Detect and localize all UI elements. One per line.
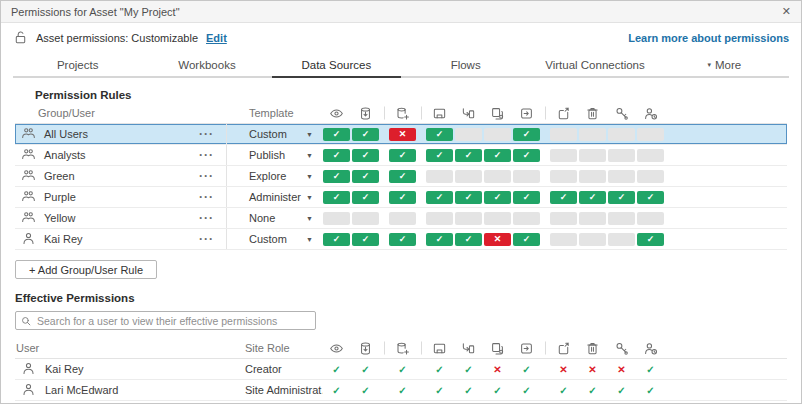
capability-download-none[interactable] — [426, 170, 453, 183]
capability-duplicate-allow[interactable]: ✓ — [484, 149, 511, 162]
capability-set-permissions-none[interactable] — [608, 170, 635, 183]
template-select[interactable]: Custom ▼ — [227, 128, 323, 140]
template-value: Administer — [249, 191, 301, 203]
capability-connect-none[interactable] — [352, 212, 379, 225]
capability-set-permissions-allow[interactable]: ✓ — [608, 191, 635, 204]
capability-change-owner-allow[interactable]: ✓ — [637, 191, 664, 204]
capability-set-permissions-none[interactable] — [608, 233, 635, 246]
rule-row[interactable]: Yellow ··· None ▼ — [15, 208, 787, 229]
template-select[interactable]: Administer ▼ — [227, 191, 323, 203]
capability-download-allow[interactable]: ✓ — [426, 233, 453, 246]
capability-save-allow[interactable]: ✓ — [389, 191, 416, 204]
capability-delete-allow[interactable]: ✓ — [579, 191, 606, 204]
capability-publish-allow[interactable]: ✓ — [455, 191, 482, 204]
capability-download-allow[interactable]: ✓ — [426, 191, 453, 204]
row-menu-button[interactable]: ··· — [199, 191, 214, 203]
capability-publish-none[interactable] — [455, 212, 482, 225]
template-select[interactable]: None ▼ — [227, 212, 323, 224]
row-menu-button[interactable]: ··· — [199, 128, 214, 140]
capability-change-owner-none[interactable] — [637, 170, 664, 183]
row-menu-button[interactable]: ··· — [199, 149, 214, 161]
capability-change-owner-none[interactable] — [637, 149, 664, 162]
capability-move-none[interactable] — [550, 170, 577, 183]
capability-delete-none[interactable] — [579, 212, 606, 225]
capability-move-allow[interactable]: ✓ — [550, 191, 577, 204]
capability-connect-allow[interactable]: ✓ — [352, 170, 379, 183]
capability-publish-none[interactable] — [455, 170, 482, 183]
capability-save-allow[interactable]: ✓ — [389, 170, 416, 183]
capability-view-none[interactable] — [323, 212, 350, 225]
capability-set-permissions-none[interactable] — [608, 128, 635, 141]
capability-duplicate-none[interactable] — [484, 128, 511, 141]
capability-move-none[interactable] — [550, 212, 577, 225]
capability-download-allow[interactable]: ✓ — [426, 149, 453, 162]
capability-overwrite-none[interactable] — [513, 170, 540, 183]
capability-view-allow[interactable]: ✓ — [323, 128, 350, 141]
capability-save-none[interactable] — [389, 212, 416, 225]
capability-connect-allow[interactable]: ✓ — [352, 149, 379, 162]
capability-duplicate-none[interactable] — [484, 212, 511, 225]
capability-duplicate-none[interactable] — [484, 170, 511, 183]
capability-save-allow[interactable]: ✓ — [389, 233, 416, 246]
rule-row[interactable]: Analysts ··· Publish ▼ ✓✓✓✓✓✓✓ — [15, 145, 787, 166]
tab-virtual-connections[interactable]: Virtual Connections — [530, 53, 659, 78]
close-icon[interactable]: ✕ — [782, 6, 791, 17]
rule-row[interactable]: Kai Rey ··· Custom ▼ ✓✓✓✓✓✕✓✓ — [15, 229, 787, 250]
capability-connect-allow[interactable]: ✓ — [352, 128, 379, 141]
tab-projects[interactable]: Projects — [13, 53, 142, 78]
capability-set-permissions-none[interactable] — [608, 149, 635, 162]
rule-row[interactable]: Purple ··· Administer ▼ ✓✓✓✓✓✓✓✓✓✓✓ — [15, 187, 787, 208]
capability-move-none[interactable] — [550, 233, 577, 246]
capability-duplicate-deny[interactable]: ✕ — [484, 233, 511, 246]
capability-save-allow[interactable]: ✓ — [389, 149, 416, 162]
capability-publish-allow[interactable]: ✓ — [455, 149, 482, 162]
edit-link[interactable]: Edit — [206, 32, 227, 44]
capability-duplicate-allow[interactable]: ✓ — [484, 191, 511, 204]
capability-connect-allow[interactable]: ✓ — [352, 233, 379, 246]
capability-connect-allow[interactable]: ✓ — [352, 191, 379, 204]
capability-view-allow[interactable]: ✓ — [323, 191, 350, 204]
capability-view-allow[interactable]: ✓ — [323, 149, 350, 162]
capability-delete-none[interactable] — [579, 128, 606, 141]
tab-flows[interactable]: Flows — [401, 53, 530, 78]
template-select[interactable]: Publish ▼ — [227, 149, 323, 161]
group-icon — [21, 210, 36, 227]
publish-icon — [455, 341, 482, 356]
capability-download-allow[interactable]: ✓ — [426, 128, 453, 141]
capability-delete-none[interactable] — [579, 233, 606, 246]
group-icon — [21, 189, 36, 206]
template-select[interactable]: Custom ▼ — [227, 233, 323, 245]
capability-save-deny[interactable]: ✕ — [389, 128, 416, 141]
capability-move-none[interactable] — [550, 149, 577, 162]
row-menu-button[interactable]: ··· — [199, 212, 214, 224]
capability-overwrite-allow[interactable]: ✓ — [513, 128, 540, 141]
capability-delete-none[interactable] — [579, 170, 606, 183]
capability-view-allow[interactable]: ✓ — [323, 170, 350, 183]
capability-overwrite-none[interactable] — [513, 212, 540, 225]
capability-change-owner-none[interactable] — [637, 128, 664, 141]
add-group-user-rule-button[interactable]: + Add Group/User Rule — [15, 260, 157, 279]
capability-move-none[interactable] — [550, 128, 577, 141]
capability-set-permissions-none[interactable] — [608, 212, 635, 225]
capability-view-allow[interactable]: ✓ — [323, 233, 350, 246]
capability-overwrite-allow[interactable]: ✓ — [513, 191, 540, 204]
row-menu-button[interactable]: ··· — [199, 233, 214, 245]
tab-data-sources[interactable]: Data Sources — [272, 53, 401, 78]
capability-publish-none[interactable] — [455, 128, 482, 141]
capability-change-owner-none[interactable] — [637, 212, 664, 225]
tab-workbooks[interactable]: Workbooks — [142, 53, 271, 78]
capability-overwrite-allow[interactable]: ✓ — [513, 233, 540, 246]
row-menu-button[interactable]: ··· — [199, 170, 214, 182]
tab-more[interactable]: ▾More — [660, 53, 789, 78]
rule-row[interactable]: Green ··· Explore ▼ ✓✓✓ — [15, 166, 787, 187]
duplicate-icon — [484, 341, 511, 356]
capability-download-none[interactable] — [426, 212, 453, 225]
capability-overwrite-allow[interactable]: ✓ — [513, 149, 540, 162]
capability-delete-none[interactable] — [579, 149, 606, 162]
rule-row[interactable]: All Users ··· Custom ▼ ✓✓✕✓✓ — [15, 124, 787, 145]
template-select[interactable]: Explore ▼ — [227, 170, 323, 182]
capability-change-owner-allow[interactable]: ✓ — [637, 233, 664, 246]
learn-more-link[interactable]: Learn more about permissions — [628, 32, 789, 44]
capability-publish-allow[interactable]: ✓ — [455, 233, 482, 246]
search-input[interactable] — [37, 315, 311, 327]
